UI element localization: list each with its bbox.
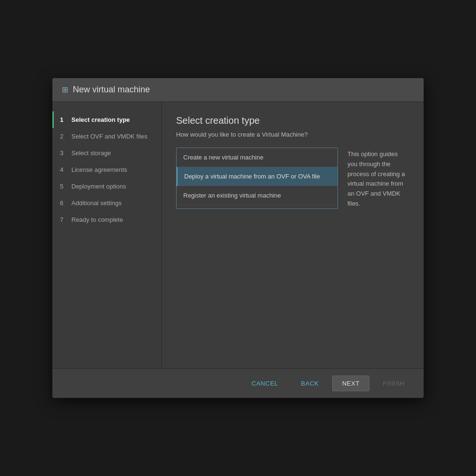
next-button[interactable]: NEXT (332, 376, 370, 391)
back-button[interactable]: BACK (291, 376, 328, 391)
finish-button: FINISH (373, 376, 414, 391)
step-num-7: 7 (60, 216, 68, 223)
dialog-footer: CANCEL BACK NEXT FINISH (52, 368, 424, 398)
cancel-button[interactable]: CANCEL (242, 376, 288, 391)
option-register-vm[interactable]: Register an existing virtual machine (177, 186, 337, 205)
description-panel: This option guides you through the proce… (347, 148, 409, 209)
sidebar-label-1: Select creation type (71, 116, 130, 123)
option-new-vm[interactable]: Create a new virtual machine (177, 148, 337, 167)
sidebar-item-1[interactable]: 1 Select creation type (52, 111, 161, 128)
main-content: Select creation type How would you like … (162, 102, 424, 368)
sidebar-label-4: License agreements (71, 166, 127, 173)
sidebar-item-6[interactable]: 6 Additional settings (52, 195, 161, 211)
sidebar-label-7: Ready to complete (71, 216, 123, 223)
step-num-3: 3 (60, 149, 68, 157)
sidebar-label-5: Deployment options (71, 183, 126, 190)
sidebar-item-4[interactable]: 4 License agreements (52, 161, 161, 178)
sidebar: 1 Select creation type 2 Select OVF and … (52, 102, 162, 368)
content-area: Create a new virtual machine Deploy a vi… (176, 148, 409, 209)
dialog-header: ⊞ New virtual machine (52, 78, 424, 102)
option-deploy-ovf[interactable]: Deploy a virtual machine from an OVF or … (177, 167, 337, 186)
sidebar-label-3: Select storage (71, 149, 111, 157)
step-num-2: 2 (60, 133, 68, 140)
sidebar-item-2[interactable]: 2 Select OVF and VMDK files (52, 128, 161, 145)
new-vm-dialog: ⊞ New virtual machine 1 Select creation … (52, 78, 424, 398)
step-num-1: 1 (60, 116, 68, 123)
dialog-body: 1 Select creation type 2 Select OVF and … (52, 102, 424, 368)
sidebar-item-7[interactable]: 7 Ready to complete (52, 211, 161, 228)
step-num-5: 5 (60, 183, 68, 190)
vm-icon: ⊞ (62, 85, 68, 94)
options-panel: Create a new virtual machine Deploy a vi… (176, 148, 338, 209)
sidebar-label-2: Select OVF and VMDK files (71, 133, 148, 140)
step-num-6: 6 (60, 199, 68, 207)
step-num-4: 4 (60, 166, 68, 173)
section-subtitle: How would you like to create a Virtual M… (176, 131, 409, 138)
description-text: This option guides you through the proce… (347, 150, 405, 207)
sidebar-label-6: Additional settings (71, 199, 122, 207)
sidebar-item-3[interactable]: 3 Select storage (52, 145, 161, 161)
section-title: Select creation type (176, 115, 409, 126)
dialog-title: New virtual machine (73, 85, 150, 95)
sidebar-item-5[interactable]: 5 Deployment options (52, 178, 161, 195)
